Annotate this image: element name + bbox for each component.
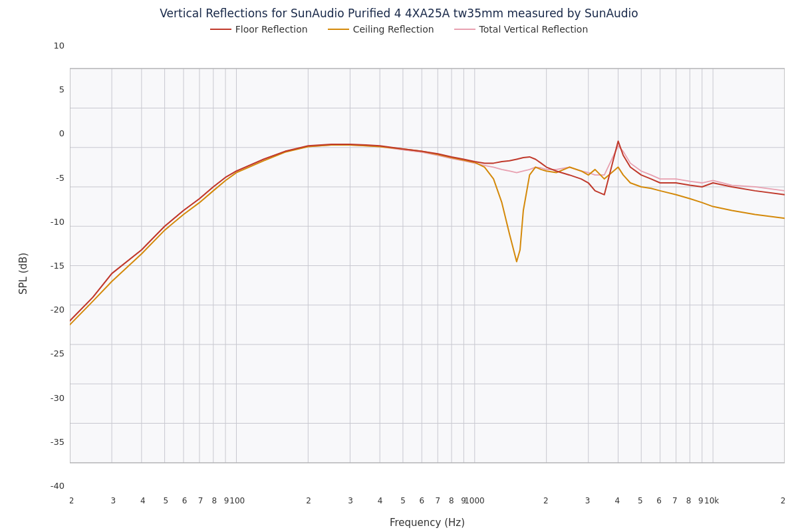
svg-text:8: 8 [449, 496, 454, 505]
svg-text:2: 2 [70, 496, 74, 505]
legend-line-ceiling [328, 29, 349, 30]
svg-text:7: 7 [198, 496, 203, 505]
svg-text:4: 4 [140, 496, 146, 505]
svg-text:6: 6 [182, 496, 188, 505]
chart-container: Vertical Reflections for SunAudio Purifi… [0, 0, 798, 532]
y-tick--20: -20 [51, 305, 65, 314]
svg-text:10k: 10k [704, 496, 719, 505]
svg-text:5: 5 [638, 496, 643, 505]
y-tick-0: 0 [59, 129, 65, 138]
svg-text:5: 5 [400, 496, 406, 505]
svg-text:5: 5 [164, 496, 169, 505]
svg-text:4: 4 [614, 496, 620, 505]
y-tick-5: 5 [59, 85, 65, 94]
chart-legend: Floor Reflection Ceiling Reflection Tota… [210, 24, 589, 35]
main-plot-svg [70, 41, 785, 490]
y-axis-label: SPL (dB) [13, 41, 33, 505]
svg-text:2: 2 [781, 496, 785, 505]
plot-and-xaxis: 10 5 0 -5 -10 -15 -20 -25 -30 -35 -40 23 [33, 41, 785, 532]
y-tick--25: -25 [51, 349, 65, 358]
y-tick--10: -10 [51, 217, 65, 226]
svg-text:9: 9 [224, 496, 229, 505]
svg-text:4: 4 [378, 496, 383, 505]
svg-text:3: 3 [585, 496, 591, 505]
y-tick--30: -30 [51, 394, 65, 402]
legend-line-floor [210, 29, 231, 30]
svg-text:8: 8 [211, 496, 217, 505]
y-tick--35: -35 [51, 438, 65, 446]
legend-label-floor: Floor Reflection [235, 24, 308, 35]
legend-line-total [454, 29, 475, 30]
x-axis-label: Frequency (Hz) [70, 517, 785, 529]
legend-item-total: Total Vertical Reflection [454, 24, 589, 35]
y-tick--5: -5 [56, 174, 65, 182]
svg-text:1000: 1000 [464, 496, 485, 505]
svg-text:6: 6 [420, 496, 425, 505]
y-tick--15: -15 [51, 261, 65, 270]
svg-text:2: 2 [306, 496, 311, 505]
svg-text:2: 2 [543, 496, 549, 505]
svg-text:3: 3 [110, 496, 116, 505]
y-tick-10: 10 [53, 41, 65, 50]
y-ticks: 10 5 0 -5 -10 -15 -20 -25 -30 -35 -40 [33, 41, 70, 490]
svg-text:100: 100 [229, 496, 245, 505]
chart-title: Vertical Reflections for SunAudio Purifi… [160, 7, 638, 20]
plot-with-yticks: 10 5 0 -5 -10 -15 -20 -25 -30 -35 -40 [33, 41, 785, 490]
legend-item-ceiling: Ceiling Reflection [328, 24, 434, 35]
svg-text:7: 7 [672, 496, 678, 505]
legend-item-floor: Floor Reflection [210, 24, 308, 35]
y-tick--40: -40 [51, 481, 65, 490]
plot-area-wrapper: SPL (dB) 10 5 0 -5 -10 -15 -20 -25 -30 -… [13, 41, 785, 532]
x-ticks-row: 234567891002345678910002345678910k2 [70, 490, 785, 517]
svg-text:6: 6 [656, 496, 662, 505]
svg-text:9: 9 [698, 496, 704, 505]
legend-label-ceiling: Ceiling Reflection [353, 24, 434, 35]
svg-text:3: 3 [348, 496, 353, 505]
svg-text:7: 7 [435, 496, 440, 505]
svg-text:8: 8 [686, 496, 692, 505]
legend-label-total: Total Vertical Reflection [479, 24, 589, 35]
